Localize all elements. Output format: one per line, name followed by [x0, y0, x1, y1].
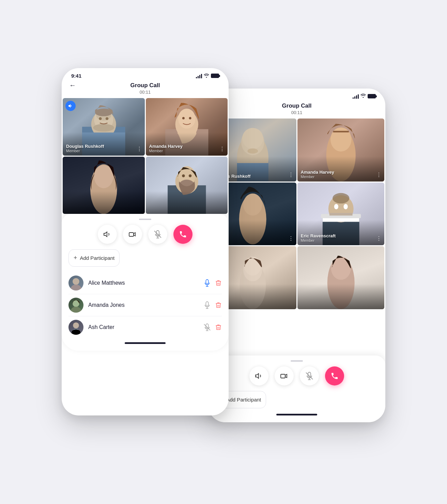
svg-point-41	[189, 117, 191, 119]
svg-point-32	[93, 124, 114, 131]
svg-marker-23	[256, 374, 259, 378]
more-btn-douglas-front[interactable]: ⋮	[137, 146, 142, 152]
mic-icon-alice[interactable]	[203, 279, 211, 287]
svg-point-9	[243, 193, 262, 216]
svg-point-4	[247, 148, 258, 154]
person-info-eric-back: Eric Ravenscraft Member	[301, 233, 336, 242]
video-button-back[interactable]	[275, 366, 294, 385]
battery-icon-front	[211, 74, 219, 78]
add-participant-button-front[interactable]: + Add Participant	[68, 249, 120, 267]
person-name-amanda-back: Amanda Harvey	[301, 170, 334, 175]
delete-icon-alice[interactable]	[215, 280, 222, 286]
call-title-back: Group Call	[208, 103, 385, 109]
bottom-panel-front: + Add Participant Alice Matthews	[62, 214, 229, 351]
svg-rect-24	[281, 374, 285, 378]
call-controls-front	[62, 225, 229, 244]
mute-button-front[interactable]	[148, 225, 167, 244]
person-info-douglas-front: Douglas Rushkoff Member	[66, 144, 104, 153]
call-controls-back	[208, 366, 385, 385]
video-button-front[interactable]	[123, 225, 142, 244]
avatar-alice	[68, 275, 83, 290]
svg-rect-51	[129, 233, 134, 236]
drag-handle-front	[139, 219, 151, 220]
video-grid-back: Douglas Rushkoff ⋮ Amanda Harvey	[209, 119, 384, 309]
more-btn-eric-back[interactable]: ⋮	[376, 235, 382, 242]
end-call-button-front[interactable]	[173, 225, 192, 244]
video-cell-douglas-front: Douglas Rushkoff Member ⋮	[63, 98, 145, 156]
svg-point-63	[73, 322, 79, 329]
person-name-douglas-front: Douglas Rushkoff	[66, 144, 104, 149]
person-name-amanda-front: Amanda Harvey	[149, 144, 183, 149]
participant-item-amanda-jones: Amanda Jones	[68, 294, 222, 316]
more-btn-douglas-back[interactable]: ⋮	[288, 172, 294, 178]
more-btn-morgan-back[interactable]: ⋮	[288, 235, 294, 242]
speaker-button-front[interactable]	[98, 225, 117, 244]
svg-point-43	[94, 165, 113, 188]
home-indicator-front	[125, 342, 166, 344]
person-role-amanda-front: Member	[149, 149, 183, 153]
participant-name-ash-carter: Ash Carter	[88, 324, 203, 330]
participant-item-ash-carter: Ash Carter	[68, 316, 222, 338]
status-icons-front	[196, 73, 219, 79]
svg-point-60	[71, 306, 81, 313]
person-name-eric-back: Eric Ravenscraft	[301, 233, 336, 238]
svg-point-48	[188, 174, 191, 177]
status-bar-front: 9:41	[62, 68, 229, 81]
add-participant-label-front: Add Participant	[80, 255, 115, 261]
svg-rect-17	[329, 213, 352, 216]
video-cell-6-back	[297, 246, 385, 309]
video-grid-front: Douglas Rushkoff Member ⋮	[62, 98, 229, 214]
back-button-front[interactable]: ←	[69, 81, 76, 89]
video-cell-4-front	[146, 157, 228, 214]
audio-indicator-douglas-front	[65, 101, 76, 111]
mic-icon-amanda-jones[interactable]	[203, 301, 211, 309]
call-duration-front: 00:11	[62, 90, 229, 95]
call-header-front: ← Group Call 00:11	[62, 81, 229, 98]
status-bar-back: 9:41	[208, 89, 385, 101]
end-call-button-back[interactable]	[325, 366, 344, 385]
delete-icon-ash-carter[interactable]	[215, 324, 222, 331]
participant-list: Alice Matthews	[62, 272, 229, 338]
home-indicator-back	[276, 414, 317, 415]
call-title-front: Group Call	[62, 82, 229, 89]
avatar-ash-carter	[68, 320, 83, 335]
participant-item-alice: Alice Matthews	[68, 272, 222, 294]
signal-icon-front	[196, 74, 202, 78]
speaker-button-back[interactable]	[249, 366, 268, 385]
drag-handle-back	[291, 360, 303, 362]
battery-icon-back	[368, 94, 376, 98]
person-info-amanda-back: Amanda Harvey Member	[301, 170, 334, 179]
status-icons-back	[353, 94, 376, 99]
svg-point-16	[333, 193, 349, 203]
wifi-icon-front	[204, 73, 209, 79]
svg-point-39	[178, 109, 195, 129]
time-front: 9:41	[71, 73, 81, 79]
more-btn-amanda-front[interactable]: ⋮	[219, 146, 225, 152]
mic-icon-ash-carter[interactable]	[203, 324, 211, 331]
more-btn-amanda-back[interactable]: ⋮	[376, 172, 382, 178]
person-role-amanda-back: Member	[301, 175, 334, 179]
participant-name-alice: Alice Matthews	[88, 280, 203, 286]
wifi-icon-back	[360, 94, 366, 99]
participant-actions-ash-carter	[203, 324, 222, 331]
person-info-amanda-front: Amanda Harvey Member	[149, 144, 183, 153]
video-cell-eric-back: Eric Ravenscraft Member ⋮	[297, 183, 385, 246]
participant-actions-alice	[203, 279, 222, 287]
participant-name-amanda-jones: Amanda Jones	[88, 302, 203, 308]
person-role-eric-back: Member	[301, 238, 336, 242]
phone-back: 9:41 ← G	[208, 89, 385, 422]
svg-point-12	[334, 204, 338, 209]
bottom-panel-back: + Add Participant	[208, 356, 385, 422]
svg-point-55	[73, 278, 79, 285]
svg-point-47	[182, 174, 185, 177]
video-cell-amanda-front: Amanda Harvey Member ⋮	[146, 98, 228, 156]
svg-point-56	[71, 284, 81, 290]
signal-icon-back	[353, 94, 359, 99]
person-role-douglas-front: Member	[66, 149, 104, 153]
mute-button-back[interactable]	[300, 366, 319, 385]
svg-point-40	[182, 117, 184, 119]
delete-icon-amanda-jones[interactable]	[215, 302, 222, 309]
add-icon-front: +	[74, 254, 77, 262]
phone-front: 9:41 ← G	[62, 68, 229, 415]
video-cell-amanda-back: Amanda Harvey Member ⋮	[297, 119, 385, 182]
